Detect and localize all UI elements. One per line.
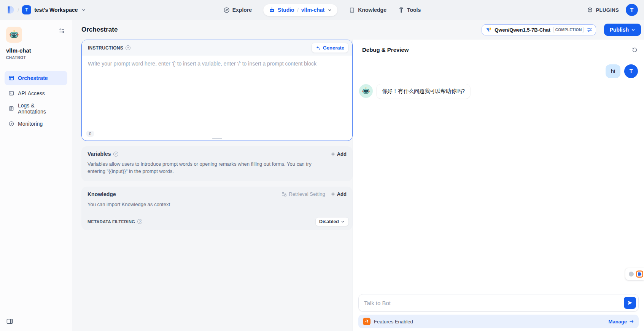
- nav-knowledge[interactable]: Knowledge: [349, 7, 386, 13]
- nav-studio-app: vllm-chat: [301, 7, 324, 13]
- chevron-down-icon: [631, 27, 636, 32]
- app-sidebar: vllm-chat CHATBOT Orchestrate API Access…: [0, 20, 72, 331]
- nav-explore-label: Explore: [232, 7, 252, 13]
- send-button[interactable]: [624, 297, 636, 309]
- metadata-filtering-value: Disabled: [319, 219, 339, 224]
- main-nav: Explore Studio / vllm-chat Knowledge Too…: [223, 0, 421, 20]
- vllm-logo-icon: [486, 27, 492, 33]
- page-header-strip: Orchestrate Qwen/Qwen1.5-7B-Chat COMPLET…: [72, 20, 644, 40]
- retrieval-setting-button[interactable]: Retrieval Setting: [281, 191, 325, 197]
- knowledge-panel: Knowledge Retrieval Setting Add: [81, 187, 353, 230]
- page-title: Orchestrate: [81, 26, 118, 34]
- workspace-avatar: T: [22, 5, 31, 14]
- features-label: Features Enabled: [374, 319, 413, 325]
- top-header: / T test's Workspace Explore Studio / vl…: [0, 0, 644, 20]
- generate-button[interactable]: Generate: [312, 43, 348, 53]
- app-icon: [6, 27, 22, 43]
- metadata-filtering-row: METADATA FILTERING ? Disabled: [81, 214, 353, 229]
- knowledge-title: Knowledge: [87, 191, 116, 197]
- chevron-down-icon: [327, 8, 332, 13]
- hammer-icon: [398, 7, 404, 13]
- collapse-sidebar-icon[interactable]: [6, 318, 13, 326]
- variables-title: Variables: [87, 151, 111, 157]
- model-config-icon[interactable]: [587, 27, 593, 33]
- features-icon: [363, 318, 370, 325]
- plugins-cube-icon: [587, 7, 593, 13]
- nav-studio[interactable]: Studio / vllm-chat: [263, 4, 337, 16]
- sidebar-divider: [5, 66, 67, 66]
- chevron-down-icon: [340, 219, 345, 224]
- user-avatar[interactable]: T: [626, 4, 638, 16]
- metadata-filtering-dropdown[interactable]: Disabled: [315, 217, 349, 226]
- sidebar-item-api-access[interactable]: API Access: [5, 86, 67, 101]
- add-variable-button[interactable]: Add: [331, 151, 347, 157]
- book-icon: [349, 7, 355, 13]
- sidebar-item-logs-annotations[interactable]: Logs & Annotations: [5, 101, 67, 116]
- instructions-panel: INSTRUCTIONS ? Generate 0: [81, 40, 353, 141]
- chat-message-bot: 你好！有什么问题我可以帮助你吗?: [359, 84, 638, 99]
- bot-chat-avatar: [359, 84, 373, 98]
- floating-widget[interactable]: [625, 268, 644, 280]
- manage-features-link[interactable]: Manage: [609, 319, 634, 325]
- nav-knowledge-label: Knowledge: [358, 7, 386, 13]
- app-operations-icon[interactable]: [58, 27, 66, 36]
- retrieval-setting-label: Retrieval Setting: [289, 191, 325, 197]
- nav-explore[interactable]: Explore: [223, 7, 252, 13]
- orchestrate-config-column: INSTRUCTIONS ? Generate 0: [72, 40, 353, 331]
- model-selector[interactable]: Qwen/Qwen1.5-7B-Chat COMPLETION: [482, 24, 596, 35]
- app-type-badge: CHATBOT: [6, 56, 66, 60]
- app-name: vllm-chat: [6, 47, 66, 54]
- variables-panel: Variables ? Add Variables allow users to…: [81, 146, 353, 181]
- add-label: Add: [337, 151, 347, 157]
- publish-label: Publish: [609, 27, 629, 33]
- model-name: Qwen/Qwen1.5-7B-Chat: [495, 27, 550, 33]
- sidebar-item-orchestrate[interactable]: Orchestrate: [5, 71, 67, 85]
- widget-extension-icon: [636, 270, 643, 278]
- help-icon[interactable]: ?: [137, 219, 142, 224]
- chat-message-list: hi T: [353, 55, 644, 294]
- sidebar-item-label: Monitoring: [18, 121, 43, 127]
- divider: [600, 27, 600, 33]
- plugins-label: PLUGINS: [596, 7, 619, 13]
- plus-icon: [331, 152, 336, 157]
- orchestrate-icon: [8, 75, 14, 81]
- debug-preview-panel: Debug & Preview hi T: [353, 40, 644, 331]
- model-mode-badge: COMPLETION: [553, 27, 584, 33]
- send-icon: [627, 300, 633, 306]
- divider-slash: /: [297, 7, 299, 13]
- nav-studio-label: Studio: [278, 7, 294, 13]
- help-icon[interactable]: ?: [113, 152, 118, 157]
- retrieval-setting-icon: [281, 192, 287, 197]
- nav-tools[interactable]: Tools: [398, 7, 421, 13]
- chat-input[interactable]: [358, 294, 639, 312]
- char-count: 0: [86, 131, 94, 137]
- widget-dot: [629, 272, 634, 277]
- publish-button[interactable]: Publish: [604, 24, 641, 36]
- user-chat-avatar: T: [624, 64, 638, 78]
- monitoring-icon: [8, 121, 14, 127]
- terminal-icon: [8, 90, 14, 96]
- resize-handle[interactable]: [212, 138, 222, 139]
- instructions-title: INSTRUCTIONS: [88, 45, 123, 51]
- chevron-down-icon: [81, 7, 86, 13]
- add-knowledge-button[interactable]: Add: [331, 191, 347, 197]
- sparkles-icon: [316, 45, 321, 51]
- dify-logo[interactable]: [6, 6, 14, 14]
- chat-message-user: hi T: [359, 64, 638, 78]
- manage-label: Manage: [609, 319, 627, 325]
- features-bar: Features Enabled Manage: [358, 315, 639, 328]
- add-label: Add: [337, 191, 347, 197]
- workspace-switcher[interactable]: T test's Workspace: [22, 5, 86, 14]
- sidebar-item-monitoring[interactable]: Monitoring: [5, 117, 67, 131]
- user-message-bubble: hi: [606, 64, 620, 78]
- logs-icon: [8, 106, 14, 112]
- robot-emoji-icon: [362, 87, 370, 95]
- help-icon[interactable]: ?: [126, 45, 130, 50]
- sidebar-item-label: Logs & Annotations: [18, 102, 64, 115]
- instructions-input[interactable]: [82, 56, 352, 141]
- debug-preview-title: Debug & Preview: [362, 46, 409, 53]
- restart-conversation-icon[interactable]: [631, 46, 638, 53]
- robot-emoji-icon: [9, 30, 19, 40]
- robot-icon: [269, 7, 275, 13]
- plugins-button[interactable]: PLUGINS: [587, 7, 619, 13]
